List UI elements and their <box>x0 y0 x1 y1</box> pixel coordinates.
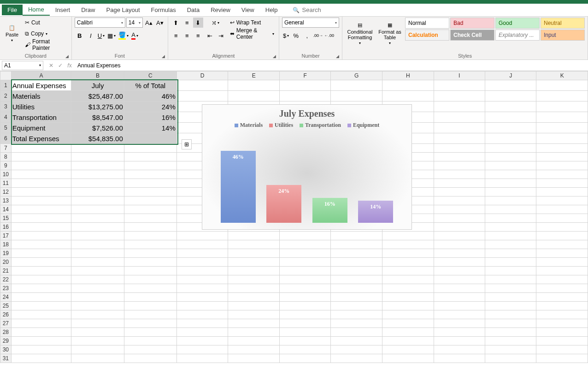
row-header-27[interactable]: 27 <box>0 319 12 328</box>
font-name-combo[interactable]: Calibri▾ <box>75 18 125 28</box>
cell-C17[interactable] <box>124 232 176 240</box>
row-header-23[interactable]: 23 <box>0 284 12 293</box>
comma-button[interactable]: , <box>302 30 312 41</box>
quick-analysis-button[interactable]: ⊞ <box>182 139 192 149</box>
cell-B29[interactable] <box>71 337 124 345</box>
search-input[interactable] <box>302 6 394 13</box>
cell-A16[interactable] <box>11 223 71 232</box>
tab-insert[interactable]: Insert <box>50 5 76 15</box>
row-header-15[interactable]: 15 <box>0 214 12 223</box>
cell-F30[interactable] <box>279 345 331 354</box>
launcher-icon[interactable]: ◢ <box>65 54 69 59</box>
cell-K31[interactable] <box>536 354 588 363</box>
cell-J7[interactable] <box>485 144 536 153</box>
number-format-combo[interactable]: General▾ <box>282 18 339 28</box>
cell-I10[interactable] <box>434 170 485 179</box>
cell-I16[interactable] <box>434 223 485 232</box>
cell-B25[interactable] <box>71 302 124 310</box>
cell-A23[interactable] <box>11 284 71 293</box>
cell-C14[interactable] <box>124 205 176 214</box>
cut-button[interactable]: ✂Cut <box>23 18 69 28</box>
cell-D2[interactable] <box>176 91 228 101</box>
increase-indent-button[interactable]: ⇥ <box>216 30 226 41</box>
cell-K10[interactable] <box>536 170 588 179</box>
row-header-20[interactable]: 20 <box>0 258 12 267</box>
cell-K28[interactable] <box>536 328 588 337</box>
col-header-I[interactable]: I <box>434 71 485 80</box>
cell-B26[interactable] <box>71 310 124 319</box>
cell-K22[interactable] <box>536 275 588 284</box>
cell-C10[interactable] <box>124 170 176 179</box>
style-bad[interactable]: Bad <box>450 18 494 29</box>
cell-D19[interactable] <box>176 249 228 258</box>
cell-J4[interactable] <box>485 112 536 123</box>
wrap-text-button[interactable]: ↩Wrap Text <box>228 18 276 28</box>
cell-F20[interactable] <box>279 258 331 267</box>
cell-K16[interactable] <box>536 223 588 232</box>
cell-F24[interactable] <box>279 293 331 302</box>
cell-B28[interactable] <box>71 328 124 337</box>
decrease-font-button[interactable]: A▾ <box>155 18 165 28</box>
cell-G25[interactable] <box>331 302 382 310</box>
cell-H20[interactable] <box>382 258 434 267</box>
cell-J31[interactable] <box>485 354 536 363</box>
cell-I26[interactable] <box>434 310 485 319</box>
tab-review[interactable]: Review <box>205 5 236 15</box>
cell-E2[interactable] <box>228 91 280 101</box>
cell-H23[interactable] <box>382 284 434 293</box>
fx-button[interactable]: fx <box>65 62 74 69</box>
cell-D17[interactable] <box>176 232 228 240</box>
cell-K20[interactable] <box>536 258 588 267</box>
cell-I23[interactable] <box>434 284 485 293</box>
cell-D22[interactable] <box>176 275 228 284</box>
row-header-24[interactable]: 24 <box>0 293 12 302</box>
cell-E24[interactable] <box>228 293 280 302</box>
cell-C21[interactable] <box>124 267 176 275</box>
cell-B23[interactable] <box>71 284 124 293</box>
cell-K27[interactable] <box>536 319 588 328</box>
cell-K14[interactable] <box>536 205 588 214</box>
worksheet-grid[interactable]: ABCDEFGHIJK1Annual ExpensesJuly% of Tota… <box>0 71 588 369</box>
cell-H24[interactable] <box>382 293 434 302</box>
col-header-D[interactable]: D <box>176 71 228 80</box>
cell-F22[interactable] <box>279 275 331 284</box>
cell-I31[interactable] <box>434 354 485 363</box>
cell-C3[interactable]: 24% <box>124 101 176 112</box>
cell-H29[interactable] <box>382 337 434 345</box>
format-painter-button[interactable]: 🖌Format Painter <box>23 40 69 50</box>
increase-decimal-button[interactable]: .00→ <box>313 30 323 41</box>
cell-I4[interactable] <box>434 112 485 123</box>
cell-I2[interactable] <box>434 91 485 101</box>
col-header-G[interactable]: G <box>331 71 382 80</box>
cell-E18[interactable] <box>228 240 280 249</box>
cell-B8[interactable] <box>71 153 124 161</box>
cell-A3[interactable]: Utilities <box>11 101 71 112</box>
row-header-3[interactable]: 3 <box>0 101 12 112</box>
cell-D28[interactable] <box>176 328 228 337</box>
cell-C25[interactable] <box>124 302 176 310</box>
row-header-19[interactable]: 19 <box>0 249 12 258</box>
cell-C2[interactable]: 46% <box>124 91 176 101</box>
tab-file[interactable]: File <box>2 5 23 15</box>
cell-F27[interactable] <box>279 319 331 328</box>
cell-E17[interactable] <box>228 232 280 240</box>
cell-C13[interactable] <box>124 196 176 205</box>
cell-I1[interactable] <box>434 80 485 91</box>
cell-B5[interactable]: $7,526.00 <box>71 123 124 133</box>
cell-B3[interactable]: $13,275.00 <box>71 101 124 112</box>
cell-J3[interactable] <box>485 101 536 112</box>
cell-F18[interactable] <box>279 240 331 249</box>
cell-A5[interactable]: Equipment <box>11 123 71 133</box>
cell-D1[interactable] <box>176 80 228 91</box>
col-header-A[interactable]: A <box>11 71 71 80</box>
cell-H17[interactable] <box>382 232 434 240</box>
cell-A22[interactable] <box>11 275 71 284</box>
cell-H31[interactable] <box>382 354 434 363</box>
cell-A13[interactable] <box>11 196 71 205</box>
cell-J13[interactable] <box>485 196 536 205</box>
format-as-table-button[interactable]: ▦Format as Table▾ <box>377 18 402 50</box>
cell-K18[interactable] <box>536 240 588 249</box>
style-normal[interactable]: Normal <box>405 18 449 29</box>
tab-data[interactable]: Data <box>182 5 205 15</box>
embedded-chart[interactable]: July Expenses MaterialsUtilitiesTranspor… <box>202 104 412 230</box>
